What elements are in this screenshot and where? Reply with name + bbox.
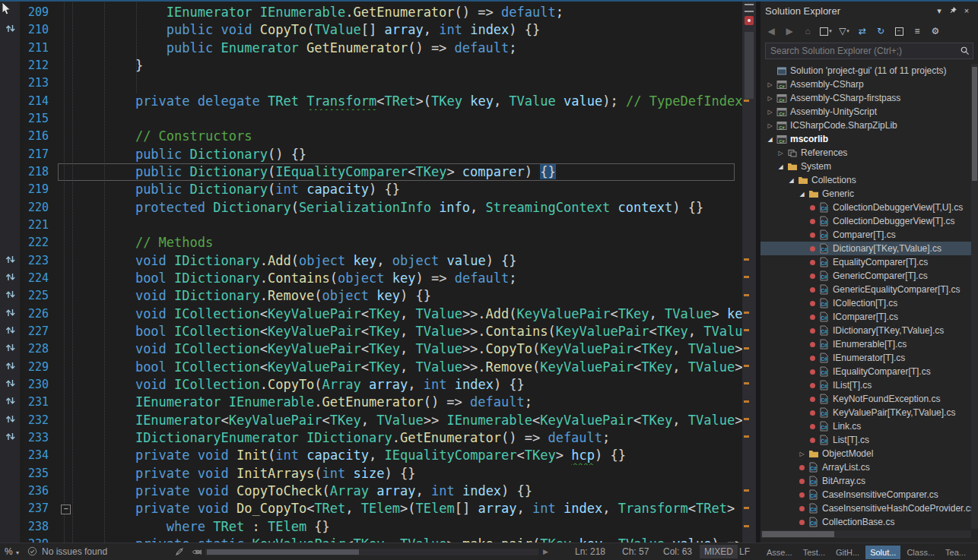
outline-margin-cell[interactable] — [58, 287, 73, 305]
line-number[interactable]: 235 — [20, 465, 58, 482]
expander[interactable]: ▷ — [765, 81, 775, 88]
tree-item-idictionary-tkey-tvalue-cs[interactable]: C#IDictionary[TKey,TValue].cs — [760, 324, 971, 337]
code-text[interactable]: IEnumerator IEnumerable.GetEnumerator() … — [73, 394, 742, 411]
code-text[interactable]: bool IDictionary.Contains(object key) =>… — [73, 270, 742, 287]
breakpoint-margin-cell[interactable] — [0, 412, 20, 429]
code-text[interactable]: IEnumerator IEnumerable.GetEnumerator() … — [73, 4, 742, 21]
outline-margin-cell[interactable] — [58, 57, 73, 74]
tree-item-ilist-t-cs[interactable]: C#IList[T].cs — [760, 378, 971, 392]
code-text[interactable]: bool ICollection<KeyValuePair<TKey, TVal… — [73, 359, 742, 376]
line-number[interactable]: 217 — [20, 146, 58, 163]
breakpoint-margin-cell[interactable] — [0, 482, 20, 500]
outline-margin-cell[interactable] — [58, 93, 73, 110]
code-text[interactable]: void ICollection<KeyValuePair<TKey, TVal… — [73, 340, 742, 358]
code-text[interactable]: private static KeyValuePair<TKey, TValue… — [73, 536, 742, 543]
outline-margin-cell[interactable] — [58, 447, 73, 464]
breakpoint-margin-cell[interactable] — [0, 376, 20, 394]
line-number[interactable]: 212 — [20, 57, 58, 74]
line-number[interactable]: 213 — [20, 74, 58, 92]
line-number[interactable]: 231 — [20, 394, 58, 411]
tree-item-collectiondebuggerview-t-cs[interactable]: C#CollectionDebuggerView[T].cs — [760, 214, 971, 228]
tree-item-icollection-t-cs[interactable]: C#ICollection[T].cs — [760, 296, 971, 310]
vertical-scrollbar-thumb[interactable] — [745, 32, 754, 99]
outline-margin-cell[interactable] — [58, 340, 73, 358]
tree-item-assembly-csharp-firstpass[interactable]: ▷C#Assembly-CSharp-firstpass — [760, 91, 971, 105]
tree-item-icomparer-t-cs[interactable]: C#IComparer[T].cs — [760, 310, 971, 324]
outline-margin-cell[interactable] — [58, 252, 73, 270]
code-text[interactable]: private delegate TRet Transform<TRet>(TK… — [73, 93, 742, 110]
expander[interactable]: ▷ — [797, 451, 807, 457]
tree-item-collectionbase-cs[interactable]: C#CollectionBase.cs — [760, 515, 971, 529]
breakpoint-margin-cell[interactable] — [0, 340, 20, 358]
properties-icon[interactable]: ⚙ — [927, 24, 944, 39]
editor-horizontal-scrollbar[interactable] — [205, 549, 538, 555]
tree-item-genericcomparer-t-cs[interactable]: C#GenericComparer[T].cs — [760, 269, 971, 283]
tool-window-tab-asse[interactable]: Asse... — [762, 546, 797, 559]
code-text[interactable]: public Dictionary(int capacity) {} — [73, 181, 742, 198]
outline-margin-cell[interactable] — [58, 412, 73, 429]
tree-item-collectiondebuggerview-t-u-cs[interactable]: C#CollectionDebuggerView[T,U].cs — [760, 201, 971, 214]
breakpoint-margin-cell[interactable] — [0, 110, 20, 128]
switch-views-icon[interactable]: ▾ — [818, 24, 834, 39]
outline-margin-cell[interactable] — [58, 110, 73, 128]
line-number[interactable]: 236 — [20, 482, 58, 500]
tree-item-arraylist-cs[interactable]: C#ArrayList.cs — [760, 460, 971, 474]
breakpoint-margin-cell[interactable] — [0, 93, 20, 110]
breakpoint-margin-cell[interactable] — [0, 252, 20, 270]
breakpoint-margin-cell[interactable] — [0, 128, 20, 145]
line-number[interactable]: 237 — [20, 500, 58, 517]
line-number[interactable]: 210 — [20, 21, 58, 39]
panel-horizontal-scrollbar[interactable] — [760, 530, 971, 538]
tree-item-list-t-cs[interactable]: C#List[T].cs — [760, 433, 971, 447]
hscroll-left-arrow[interactable]: ◀ — [196, 548, 202, 555]
forward-icon[interactable]: ▶ — [781, 24, 798, 39]
issues-status[interactable]: No issues found — [42, 546, 107, 557]
tree-item-keyvaluepair-tkey-tvalue-cs[interactable]: C#KeyValuePair[TKey,TValue].cs — [760, 406, 971, 419]
line-number[interactable]: 220 — [20, 199, 58, 217]
show-all-files-icon[interactable]: ≡ — [909, 24, 926, 39]
outline-margin-cell[interactable] — [58, 74, 73, 92]
line-number[interactable]: 229 — [20, 359, 58, 376]
tree-item-bitarray-cs[interactable]: C#BitArray.cs — [760, 474, 971, 488]
expander[interactable]: ▷ — [765, 109, 775, 115]
sync-with-active-document-icon[interactable]: ⇄ — [854, 24, 871, 39]
hscroll-right-arrow[interactable]: ▶ — [543, 548, 548, 555]
expander[interactable]: ▷ — [776, 150, 786, 157]
outline-margin-cell[interactable] — [58, 270, 73, 287]
tree-item-references[interactable]: ▷References — [760, 146, 971, 160]
code-text[interactable]: protected Dictionary(SerializationInfo i… — [73, 199, 742, 217]
code-text[interactable]: IEnumerator<KeyValuePair<TKey, TValue>> … — [73, 412, 742, 429]
outline-margin-cell[interactable] — [58, 40, 73, 57]
code-text[interactable] — [73, 74, 742, 92]
code-text[interactable]: } — [73, 57, 742, 74]
outline-margin-cell[interactable] — [58, 305, 73, 323]
line-number[interactable]: 238 — [20, 518, 58, 536]
line-number[interactable]: 223 — [20, 252, 58, 270]
expander[interactable]: ▷ — [765, 95, 775, 102]
breakpoint-margin-cell[interactable] — [0, 287, 20, 305]
editor-vertical-scrollbar[interactable] — [742, 0, 756, 543]
search-icon[interactable] — [960, 46, 970, 58]
line-number[interactable]: 219 — [20, 181, 58, 198]
line-number[interactable]: 224 — [20, 270, 58, 287]
breakpoint-margin-cell[interactable] — [0, 518, 20, 536]
expander[interactable]: ◢ — [786, 177, 796, 184]
tree-item-system[interactable]: ◢System — [760, 160, 971, 173]
line-number[interactable]: 226 — [20, 305, 58, 323]
breakpoint-margin-cell[interactable] — [0, 21, 20, 39]
outline-margin-cell[interactable] — [58, 323, 73, 340]
tree-item-comparer-t-cs[interactable]: C#Comparer[T].cs — [760, 228, 971, 242]
line-number[interactable]: 215 — [20, 110, 58, 128]
outline-margin-cell[interactable] — [58, 199, 73, 217]
outline-margin-cell[interactable] — [58, 128, 73, 145]
tree-item-assembly-unityscript[interactable]: ▷C#Assembly-UnityScript — [760, 105, 971, 119]
outline-margin-cell[interactable] — [58, 518, 73, 536]
panel-vertical-scrollbar[interactable] — [971, 64, 978, 529]
code-text[interactable] — [73, 110, 742, 128]
outline-margin-cell[interactable] — [58, 429, 73, 447]
breakpoint-margin-cell[interactable] — [0, 305, 20, 323]
outline-margin-cell[interactable] — [58, 163, 73, 181]
line-number[interactable]: 222 — [20, 234, 58, 252]
outline-margin-cell[interactable] — [58, 376, 73, 394]
status-eol[interactable]: LF — [739, 546, 750, 557]
